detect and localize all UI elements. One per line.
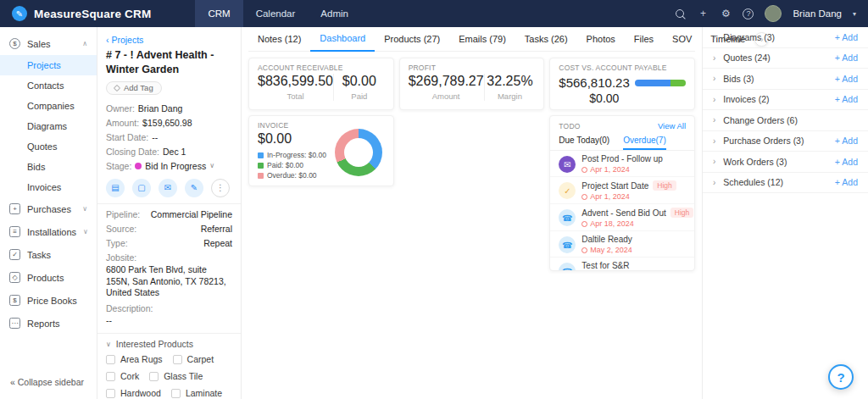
todo-tab-due-today[interactable]: Due Today(0) <box>559 134 609 150</box>
stage-field[interactable]: Stage: Bid In Progress ∨ <box>106 161 232 171</box>
product-checkbox-hardwood[interactable]: Hardwood <box>106 388 161 398</box>
product-checkbox-laminate[interactable]: Laminate <box>171 388 222 398</box>
add-icon[interactable]: + <box>697 8 709 19</box>
add-bid-button[interactable]: + Add <box>835 74 858 84</box>
add-tag-button[interactable]: Add Tag <box>106 81 162 95</box>
help-floating-button[interactable]: ? <box>828 364 854 390</box>
profit-margin-value: 32.25% <box>485 74 536 89</box>
tab-products[interactable]: Products (27) <box>375 28 449 51</box>
left-sidebar: $ Sales ∧ Projects Contacts Companies Di… <box>0 27 97 399</box>
interested-products-section-header[interactable]: ∨ Interested Products <box>106 339 232 349</box>
add-quote-button[interactable]: + Add <box>835 53 858 63</box>
stage-value[interactable]: Bid In Progress <box>145 161 206 171</box>
view-all-link[interactable]: View All <box>658 121 686 130</box>
sidebar-item-projects[interactable]: Projects <box>0 55 97 75</box>
sidebar-item-tasks[interactable]: ✓ Tasks <box>0 243 97 266</box>
tab-emails[interactable]: Emails (79) <box>449 28 515 51</box>
sidebar-item-products[interactable]: ◇ Products <box>0 266 97 289</box>
user-name[interactable]: Brian Dang <box>793 8 842 19</box>
more-options-icon[interactable]: ⋮ <box>211 179 230 197</box>
product-checkbox-cork[interactable]: Cork <box>106 371 139 381</box>
file-icon[interactable]: ▢ <box>132 179 151 197</box>
checkbox-icon[interactable] <box>106 389 115 398</box>
add-schedule-button[interactable]: + Add <box>835 177 858 187</box>
sidebar-item-price-books[interactable]: $ Price Books <box>0 289 97 312</box>
tab-sov[interactable]: SOV <box>663 28 701 51</box>
rightpanel-invoices[interactable]: ›Invoices (2)+ Add <box>703 90 868 111</box>
product-checkbox-glass-tile[interactable]: Glass Tile <box>149 371 203 381</box>
user-avatar[interactable] <box>765 5 782 22</box>
checkbox-icon[interactable] <box>106 372 115 381</box>
collapse-sidebar-button[interactable]: « Collapse sidebar <box>0 372 97 392</box>
sidebar-item-bids[interactable]: Bids <box>0 157 97 177</box>
checkbox-icon[interactable] <box>171 389 181 398</box>
pipeline-value: Commercial Pipeline <box>151 209 232 219</box>
sidebar-group-installations[interactable]: ≡ Installations ∨ <box>0 220 97 243</box>
add-diagram-button[interactable]: + Add <box>835 32 858 42</box>
tab-files[interactable]: Files <box>625 28 663 51</box>
rightpanel-schedules[interactable]: ›Schedules (12)+ Add <box>703 173 868 194</box>
add-invoice-button[interactable]: + Add <box>835 94 858 104</box>
todo-item[interactable]: ☎ Advent - Send Bid OutHigh Apr 18, 2024 <box>550 204 694 231</box>
account-receivable-card: ACCOUNT RECEIVABLE $836,599.50 Total $0.… <box>248 58 394 110</box>
checkbox-icon[interactable] <box>173 355 182 364</box>
sidebar-group-purchases[interactable]: + Purchases ∨ <box>0 197 97 220</box>
todo-item[interactable]: ✉ Post Prod - Follow up Apr 1, 2024 <box>550 151 694 177</box>
card-title: ACCOUNT RECEIVABLE <box>258 64 385 72</box>
chevron-right-icon: › <box>713 136 715 146</box>
sidebar-item-contacts[interactable]: Contacts <box>0 75 97 96</box>
checkbox-icon[interactable] <box>149 372 159 381</box>
sidebar-item-reports[interactable]: ⋯ Reports <box>0 312 97 335</box>
mail-icon: ✉ <box>559 156 576 173</box>
nav-tab-calendar[interactable]: Calendar <box>243 0 309 27</box>
purchases-icon: + <box>9 203 20 214</box>
tab-tasks[interactable]: Tasks (26) <box>515 28 577 51</box>
nav-tab-admin[interactable]: Admin <box>308 0 361 27</box>
rightpanel-purchase-orders[interactable]: ›Purchase Orders (3)+ Add <box>703 131 868 152</box>
nav-tab-crm[interactable]: CRM <box>195 0 242 27</box>
tab-notes[interactable]: Notes (12) <box>248 28 310 51</box>
breadcrumb[interactable]: ‹ Projects <box>106 35 232 45</box>
user-menu-caret-icon[interactable]: ▾ <box>853 10 856 18</box>
todo-list: ✉ Post Prod - Follow up Apr 1, 2024 ✓ Pr… <box>550 151 694 271</box>
help-circle-icon[interactable]: ? <box>743 8 754 19</box>
email-icon[interactable]: ✉ <box>159 179 177 197</box>
legend-swatch-green <box>258 163 264 169</box>
sidebar-item-label: Tasks <box>27 250 51 260</box>
tab-photos[interactable]: Photos <box>577 28 625 51</box>
tab-dashboard[interactable]: Dashboard <box>310 27 375 52</box>
rightpanel-change-orders[interactable]: ›Change Orders (6) <box>703 110 868 131</box>
product-checkbox-area-rugs[interactable]: Area Rugs <box>106 354 163 364</box>
todo-date-text: Apr 1, 2024 <box>590 165 630 174</box>
sidebar-item-companies[interactable]: Companies <box>0 96 97 116</box>
rightpanel-diagrams[interactable]: ›Diagrams (3)+ Add <box>703 27 868 48</box>
sidebar-item-invoices[interactable]: Invoices <box>0 177 97 197</box>
sidebar-item-quotes[interactable]: Quotes <box>0 136 97 157</box>
chevron-right-icon: › <box>713 32 715 42</box>
chevron-down-icon[interactable]: ∨ <box>209 162 214 169</box>
todo-item[interactable]: ☎ Daltile Ready May 2, 2024 <box>550 231 694 258</box>
rightpanel-quotes[interactable]: ›Quotes (24)+ Add <box>703 48 868 69</box>
stage-label: Stage: <box>106 161 131 171</box>
sidebar-item-diagrams[interactable]: Diagrams <box>0 116 97 136</box>
add-document-icon[interactable]: ▤ <box>106 179 125 197</box>
rightpanel-bids[interactable]: ›Bids (3)+ Add <box>703 69 868 90</box>
search-icon[interactable] <box>675 8 686 19</box>
main-layout: $ Sales ∧ Projects Contacts Companies Di… <box>0 27 868 399</box>
rightpanel-work-orders[interactable]: ›Work Orders (3)+ Add <box>703 152 868 173</box>
add-work-order-button[interactable]: + Add <box>835 157 858 167</box>
invoice-donut-chart <box>335 129 382 176</box>
app-logo-icon: ✎ <box>12 6 27 21</box>
todo-item[interactable]: ✓ Project Start DateHigh Apr 1, 2024 <box>550 177 694 204</box>
checkbox-icon[interactable] <box>106 355 115 364</box>
rightpanel-label: Work Orders (3) <box>723 157 787 167</box>
todo-item[interactable]: ☎ Test for S&R May 10, 2024 <box>550 258 694 271</box>
add-purchase-order-button[interactable]: + Add <box>835 136 858 146</box>
product-checkbox-carpet[interactable]: Carpet <box>173 354 214 364</box>
sidebar-group-sales[interactable]: $ Sales ∧ <box>0 32 97 55</box>
todo-tab-overdue[interactable]: Overdue(7) <box>623 134 666 150</box>
ar-paid-caption: Paid <box>334 91 385 101</box>
clock-icon <box>581 194 587 200</box>
edit-icon[interactable]: ✎ <box>185 179 203 197</box>
settings-gear-icon[interactable]: ⚙ <box>720 8 732 19</box>
